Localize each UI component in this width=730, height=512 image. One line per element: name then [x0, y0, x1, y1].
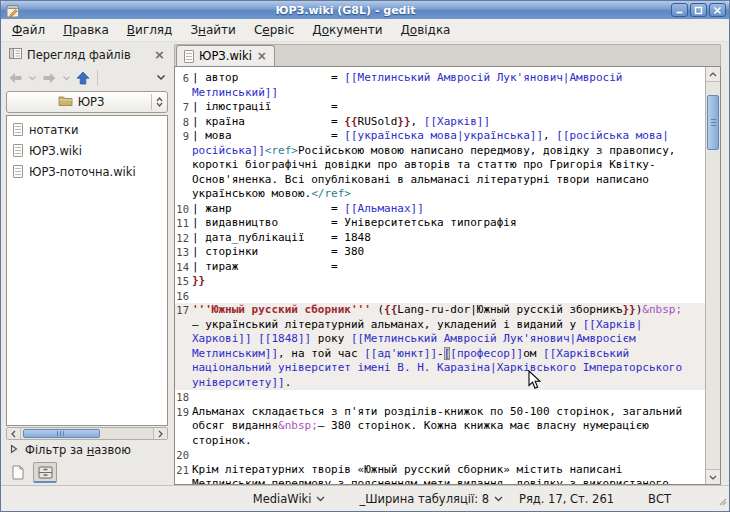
text-editor[interactable]: 6| автор = [[Метлинський Амвросій Лук'ян…	[175, 67, 705, 484]
menu-documents[interactable]: Документи	[303, 20, 391, 40]
titlebar[interactable]: ЮРЗ.wiki (G8L) - gedit	[1, 1, 729, 19]
code-text: Альманах складається з п'яти розділів-кн…	[192, 405, 682, 420]
code-row[interactable]: Метлинський]]	[175, 86, 705, 101]
location-spinner[interactable]	[151, 94, 163, 110]
code-row[interactable]: українською мовою.</ref>	[175, 187, 705, 202]
menu-view[interactable]: Вигляд	[118, 20, 182, 40]
scroll-left-icon[interactable]	[7, 428, 21, 439]
back-history-chevron-icon[interactable]	[27, 73, 38, 83]
vscroll-thumb[interactable]	[707, 95, 719, 150]
resize-grip-icon[interactable]	[717, 495, 727, 509]
code-row[interactable]: Метлинським]], на той час [[ад'юнкт]]-[[…	[175, 347, 705, 362]
code-text: Метлинським передмову з поясненням мети …	[192, 477, 669, 484]
code-row[interactable]: Метлинським передмову з поясненням мети …	[175, 477, 705, 484]
tab-width-label: _Ширина табуляції: 8	[359, 492, 489, 506]
insert-mode-indicator: ВСТ	[648, 492, 671, 506]
hscroll-thumb[interactable]	[23, 429, 100, 438]
code-text: — український літературний альманах, укл…	[192, 318, 642, 333]
file-browser-page-button[interactable]	[33, 462, 57, 483]
close-button[interactable]	[709, 3, 726, 17]
code-row[interactable]: — український літературний альманах, укл…	[175, 318, 705, 333]
line-number: 16	[175, 289, 192, 304]
line-number	[175, 187, 192, 202]
line-number: 19	[175, 405, 192, 420]
code-row[interactable]: 17'''Южный русский сборник''' ({{Lang-ru…	[175, 303, 705, 318]
code-row[interactable]: сторінок.	[175, 434, 705, 449]
menu-file[interactable]: Файл	[3, 20, 54, 40]
filter-label: Фільтр за назвою	[25, 443, 131, 457]
code-row[interactable]: 15}}	[175, 274, 705, 289]
scroll-up-icon[interactable]	[706, 67, 720, 82]
menu-tools[interactable]: Сервіс	[245, 20, 303, 40]
file-list: нотаткиЮРЗ.wikiЮРЗ-поточна.wiki	[6, 115, 168, 426]
code-row[interactable]: 21Крім літературних творів «Южный русски…	[175, 463, 705, 478]
forward-button[interactable]	[41, 70, 58, 86]
filter-expander[interactable]: Фільтр за назвою	[4, 440, 170, 460]
code-row[interactable]: 14| тираж =	[175, 260, 705, 275]
minimize-button[interactable]	[671, 3, 688, 17]
line-number	[175, 347, 192, 362]
line-number	[175, 332, 192, 347]
line-number: 18	[175, 390, 192, 405]
tab-width-selector[interactable]: _Ширина табуляції: 8	[355, 490, 507, 508]
line-number: 15	[175, 274, 192, 289]
code-row[interactable]: короткі біографічні довідки про авторів …	[175, 158, 705, 173]
editor-vscrollbar[interactable]	[705, 67, 720, 484]
code-row[interactable]: університету]].	[175, 376, 705, 391]
code-row[interactable]: 10| жанр = [[Альманах]]	[175, 202, 705, 217]
language-selector[interactable]: MediaWiki	[249, 490, 330, 508]
menu-search[interactable]: Знайти	[181, 20, 245, 40]
line-number: 17	[175, 303, 192, 318]
panel-close-icon[interactable]: ×	[154, 50, 165, 60]
code-row[interactable]: обсяг видання&nbsp;— 380 сторінок. Кожна…	[175, 419, 705, 434]
code-row[interactable]: 20	[175, 448, 705, 463]
forward-history-chevron-icon[interactable]	[61, 73, 72, 83]
file-item[interactable]: нотатки	[7, 119, 167, 140]
code-row[interactable]: російська]]<ref>Російською мовою написан…	[175, 144, 705, 159]
code-row[interactable]: 16	[175, 289, 705, 304]
code-row[interactable]: 12| дата_публікації = 1848	[175, 231, 705, 246]
file-item[interactable]: ЮРЗ.wiki	[7, 140, 167, 161]
file-item[interactable]: ЮРЗ-поточна.wiki	[7, 161, 167, 182]
documents-page-button[interactable]	[6, 462, 30, 483]
code-text: російська]]<ref>Російською мовою написан…	[192, 144, 675, 159]
code-row[interactable]: 8| країна = {{RUSold}}, [[Харків]]	[175, 115, 705, 130]
back-button[interactable]	[7, 70, 24, 86]
code-row[interactable]: національний університет імені В. Н. Кар…	[175, 361, 705, 376]
scroll-right-icon[interactable]	[153, 428, 167, 439]
code-row[interactable]: Харкові]] [[1848]] року [[Метлинський Ам…	[175, 332, 705, 347]
tab-bar: ЮРЗ.wiki ×	[174, 44, 721, 66]
code-row[interactable]: 6| автор = [[Метлинський Амвросій Лук'ян…	[175, 71, 705, 86]
code-row[interactable]: 11| видавництво = Університетська типогр…	[175, 216, 705, 231]
panel-menu-chevron-icon[interactable]	[155, 72, 167, 83]
tab-label: ЮРЗ.wiki	[199, 49, 252, 63]
code-row[interactable]: Основ'яненка. Всі опубліковані в альмана…	[175, 173, 705, 188]
code-text: обсяг видання&nbsp;— 380 сторінок. Кожна…	[192, 419, 649, 434]
line-number	[175, 434, 192, 449]
code-text: | сторінки = 380	[192, 245, 364, 260]
code-row[interactable]: 18	[175, 390, 705, 405]
up-to-parent-button[interactable]	[75, 69, 91, 87]
code-row[interactable]: 9| мова = [[українська мова|українська]]…	[175, 129, 705, 144]
menu-help[interactable]: Довідка	[391, 20, 459, 40]
tab-yurz-wiki[interactable]: ЮРЗ.wiki ×	[176, 45, 275, 66]
code-row[interactable]: 19Альманах складається з п'яти розділів-…	[175, 405, 705, 420]
menu-edit[interactable]: Правка	[54, 20, 118, 40]
panel-page-switcher	[4, 460, 170, 485]
file-list-hscrollbar[interactable]	[6, 427, 168, 440]
gedit-app-icon	[6, 3, 20, 17]
chevron-down-icon	[494, 496, 503, 502]
code-text: Основ'яненка. Всі опубліковані в альмана…	[192, 173, 649, 188]
location-combo[interactable]: ЮРЗ	[6, 91, 168, 113]
tab-close-icon[interactable]: ×	[257, 51, 267, 61]
panel-header: Перегляд файлів ×	[4, 44, 170, 65]
line-number	[175, 173, 192, 188]
file-name: ЮРЗ.wiki	[29, 144, 82, 158]
maximize-button[interactable]	[690, 3, 707, 17]
code-row[interactable]: 7| ілюстрації =	[175, 100, 705, 115]
window-title: ЮРЗ.wiki (G8L) - gedit	[20, 4, 671, 17]
panel-icon	[9, 48, 22, 62]
code-row[interactable]: 13| сторінки = 380	[175, 245, 705, 260]
file-browser-panel: Перегляд файлів ×	[4, 44, 170, 485]
scroll-down-icon[interactable]	[706, 469, 720, 484]
